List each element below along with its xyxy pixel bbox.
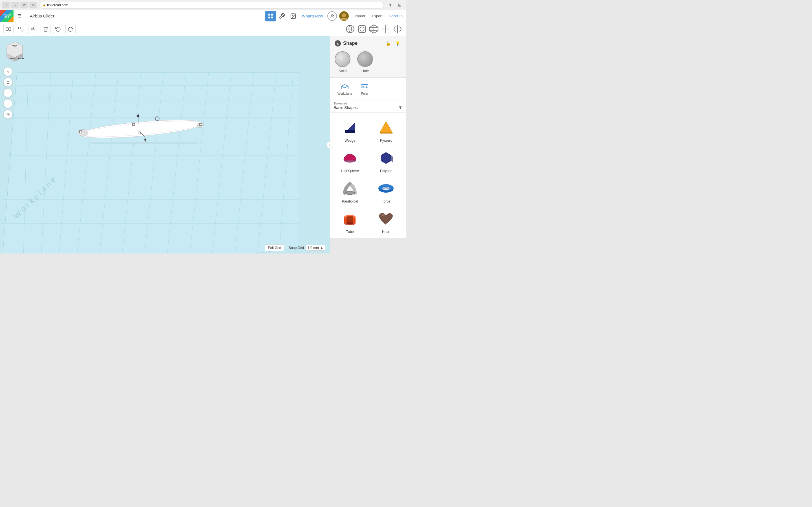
app-header: TINKER CAD ☰ Airbus Glider What's New Im… — [0, 10, 406, 22]
zoom-in-button[interactable]: + — [3, 89, 12, 98]
sidebar-collapse-button[interactable]: › — [326, 142, 333, 148]
surface-view-button[interactable] — [345, 24, 355, 34]
shape-panel-collapse-button[interactable]: ▲ — [335, 40, 341, 47]
box-view-button[interactable] — [357, 24, 367, 34]
svg-rect-13 — [21, 29, 23, 31]
grid-view-button[interactable] — [265, 11, 276, 21]
redo-button[interactable] — [65, 24, 75, 34]
edit-grid-button[interactable]: Edit Grid — [265, 244, 284, 251]
wedge-shape-item[interactable]: Wedge — [333, 115, 368, 144]
snap-dropdown-arrow: ▲ — [320, 246, 323, 250]
browser-actions: ⬆ ⊞ — [386, 2, 404, 8]
half-sphere-icon — [340, 148, 360, 168]
add-tab-button[interactable]: ⊞ — [396, 2, 404, 8]
pyramid-shape-item[interactable]: Pyramid — [369, 115, 404, 144]
hole-circle — [357, 51, 373, 67]
svg-rect-62 — [138, 132, 140, 134]
paraboloid-shape-item[interactable]: Paraboloid — [333, 176, 368, 205]
wedge-icon — [340, 118, 360, 137]
workplane-label: Workplane — [338, 92, 352, 95]
svg-rect-1 — [271, 13, 273, 15]
grid-toggle-button[interactable] — [380, 24, 391, 34]
header-user-actions — [325, 11, 351, 21]
snap-value-selector[interactable]: 1.0 mm ▲ — [306, 245, 325, 251]
svg-rect-2 — [268, 16, 270, 18]
shape-help-button[interactable]: 💡 — [394, 40, 402, 47]
home-nav-button[interactable]: ⌂ — [3, 67, 12, 76]
svg-rect-15 — [31, 29, 35, 31]
svg-rect-10 — [6, 27, 8, 31]
send-to-button[interactable]: Send To — [386, 10, 406, 22]
build-button[interactable] — [276, 11, 287, 21]
shape-panel-header: ▲ Shape 🔒 💡 — [335, 40, 402, 47]
orientation-cube[interactable]: TOP FRONT RIGHT — [3, 40, 26, 62]
gallery-button[interactable] — [288, 11, 299, 21]
half-sphere-shape-item[interactable]: Half Sphere — [333, 145, 368, 175]
snap-grid-control: Snap Grid 1.0 mm ▲ — [289, 245, 325, 251]
tube-shape-item[interactable]: Tube — [333, 206, 368, 235]
torus-shape-item[interactable]: Torus — [369, 176, 404, 205]
shape-options: Solid Hole — [335, 51, 402, 73]
undo-button[interactable] — [53, 24, 63, 34]
solid-circle — [335, 51, 350, 67]
menu-button[interactable]: ☰ — [13, 10, 26, 22]
solid-label: Solid — [339, 69, 347, 73]
svg-rect-0 — [268, 13, 270, 15]
tinkercad-logo[interactable]: TINKER CAD — [0, 10, 13, 22]
browser-chrome: ‹ › ⟳ ⧉ 🔒 tinkercad.com ⬆ ⊞ — [0, 0, 406, 10]
forward-button[interactable]: › — [11, 2, 19, 8]
tab-expand-button[interactable]: ⧉ — [29, 2, 37, 8]
fit-all-button[interactable]: ⊡ — [3, 78, 12, 87]
library-dropdown-button[interactable]: ▼ — [398, 105, 403, 110]
svg-text:TOP: TOP — [12, 45, 17, 47]
url-text: tinkercad.com — [47, 3, 68, 7]
hole-option[interactable]: Hole — [357, 51, 373, 73]
address-bar[interactable]: 🔒 tinkercad.com — [40, 2, 384, 8]
main-layout: Workplane — [0, 36, 406, 253]
library-header: Tinkercad Basic Shapes ▼ — [330, 100, 406, 113]
snap-value-text: 1.0 mm — [308, 246, 319, 250]
perspective-toggle-button[interactable]: ◎ — [3, 110, 12, 119]
share-button[interactable]: ⬆ — [386, 2, 394, 8]
viewport[interactable]: Workplane — [0, 36, 330, 253]
polygon-label: Polygon — [380, 169, 392, 173]
workplane-item[interactable]: Workplane — [334, 80, 356, 97]
ungroup-button[interactable] — [16, 24, 26, 34]
import-button[interactable]: Import — [351, 10, 368, 22]
torus-icon — [376, 179, 396, 198]
whats-new-button[interactable]: What's New — [300, 14, 325, 18]
back-button[interactable]: ‹ — [2, 2, 10, 8]
glider-model — [56, 87, 225, 171]
polygon-shape-item[interactable]: Polygon — [369, 145, 404, 175]
workplane-icon — [340, 82, 349, 91]
workplane-ruler-row: Workplane Ruler — [330, 78, 406, 100]
svg-point-20 — [360, 27, 364, 31]
mirror-button[interactable] — [393, 24, 403, 34]
heart-icon — [376, 209, 396, 229]
browser-nav-buttons: ‹ › ⟳ ⧉ — [2, 2, 37, 8]
solid-option[interactable]: Solid — [335, 51, 350, 73]
file-actions: Import Export Send To — [351, 10, 406, 22]
tube-icon — [340, 209, 360, 229]
svg-marker-66 — [144, 139, 147, 142]
align-button[interactable] — [28, 24, 38, 34]
svg-marker-86 — [380, 121, 393, 133]
add-user-button[interactable] — [327, 11, 337, 21]
ruler-item[interactable]: Ruler — [356, 80, 373, 97]
library-provider: Tinkercad — [334, 102, 403, 105]
heart-label: Heart — [382, 230, 390, 234]
heart-shape-item[interactable]: Heart — [369, 206, 404, 235]
ruler-icon — [360, 82, 369, 91]
paraboloid-label: Paraboloid — [342, 200, 358, 203]
shape-lock-button[interactable]: 🔒 — [384, 40, 392, 47]
group-button[interactable] — [3, 24, 13, 34]
export-button[interactable]: Export — [368, 10, 386, 22]
svg-rect-61 — [133, 123, 135, 126]
paraboloid-icon — [340, 179, 360, 198]
user-avatar[interactable] — [339, 11, 349, 21]
zoom-out-button[interactable]: − — [3, 99, 12, 108]
refresh-button[interactable]: ⟳ — [20, 2, 28, 8]
svg-marker-73 — [342, 84, 348, 88]
delete-button[interactable] — [41, 24, 51, 34]
perspective-button[interactable] — [369, 24, 379, 34]
